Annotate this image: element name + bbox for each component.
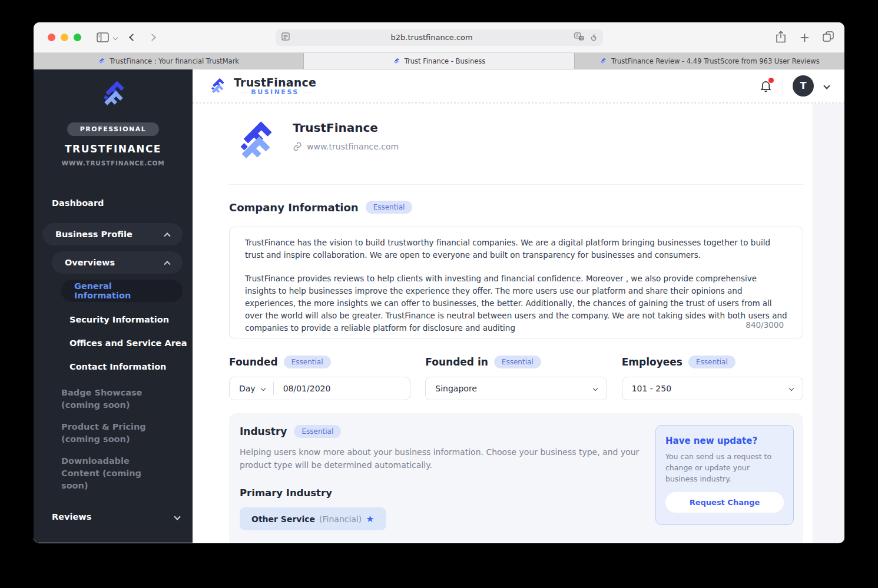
sidebar-item-general-information[interactable]: General Information — [61, 280, 183, 302]
founded-in-select[interactable]: Singapore — [425, 377, 607, 400]
sidebar-item-dashboard[interactable]: Dashboard — [34, 191, 193, 215]
notifications-button[interactable] — [759, 79, 773, 93]
divider — [239, 92, 247, 92]
new-tab-icon[interactable]: + — [799, 32, 810, 44]
tab-title: Trust Finance - Business — [405, 57, 486, 65]
svg-text:文: 文 — [580, 36, 584, 40]
divider — [273, 382, 274, 395]
sidebar-item-label: Overviews — [65, 258, 115, 267]
sidebar-item-product-pricing: Product & Pricing (coming soon) — [34, 416, 193, 450]
reader-icon[interactable] — [281, 32, 290, 43]
sidebar-item-security-information[interactable]: Security Information — [34, 308, 193, 331]
divider — [303, 92, 311, 92]
tab-title: TrustFinance Review - 4.49 TrustScore fr… — [611, 57, 820, 65]
reload-icon[interactable]: ⟳ — [589, 34, 598, 41]
trustfinance-logo — [207, 75, 228, 97]
update-request-box: Have new update? You can send us a reque… — [655, 425, 794, 525]
primary-industry-chip[interactable]: Other Service (Financial) ★ — [240, 507, 386, 530]
zoom-window-button[interactable] — [74, 34, 81, 41]
essential-badge: Essential — [366, 201, 413, 214]
industry-section: Industry Essential Helping users know mo… — [229, 413, 803, 543]
chevron-up-icon — [164, 261, 170, 267]
forward-button[interactable] — [148, 34, 156, 41]
scrollbar-gutter[interactable] — [813, 104, 844, 543]
trustfinance-favicon — [599, 57, 607, 65]
sidebar-item-customer[interactable]: Customer — [34, 539, 193, 543]
company-information-title: Company Information — [229, 201, 359, 214]
page-content: TrustFinance www.trustfinance.com — [193, 104, 813, 543]
share-icon[interactable] — [776, 31, 786, 45]
industry-title: Industry — [240, 426, 287, 437]
divider — [229, 184, 803, 185]
sidebar-item-label: General Information — [74, 281, 170, 300]
founded-date-value[interactable]: 08/01/2020 — [283, 384, 331, 393]
founded-unit-select[interactable]: Day — [239, 384, 256, 393]
sidebar-toggle-icon[interactable] — [97, 32, 109, 42]
tab-overview-icon[interactable] — [823, 31, 834, 44]
sidebar-item-offices-service-area[interactable]: Offices and Service Area — [34, 331, 193, 355]
sidebar-item-overviews[interactable]: Overviews — [52, 251, 183, 274]
founded-label: Founded — [229, 356, 278, 368]
avatar[interactable]: T — [793, 75, 814, 97]
essential-badge: Essential — [494, 356, 541, 368]
sidebar-item-label: Business Profile — [55, 230, 132, 239]
trustfinance-favicon — [393, 57, 400, 65]
traffic-lights — [48, 34, 81, 41]
sidebar-chevron-icon[interactable] — [113, 35, 118, 39]
minimize-window-button[interactable] — [61, 34, 68, 41]
description-paragraph: TrustFinance has the vision to build tru… — [245, 237, 787, 261]
chevron-down-icon — [789, 386, 794, 391]
employees-value: 101 - 250 — [632, 384, 784, 393]
industry-description: Helping users know more about your busin… — [240, 446, 644, 471]
star-icon: ★ — [366, 513, 374, 524]
chevron-down-icon — [592, 386, 597, 391]
sidebar-item-contact-information[interactable]: Contact Information — [34, 355, 193, 378]
primary-industry-label: Primary Industry — [240, 487, 644, 499]
sidebar-company-website: WWW.TRUSTFINANCE.COM — [34, 160, 193, 167]
sidebar-item-reviews[interactable]: Reviews — [34, 505, 193, 529]
back-button[interactable] — [129, 34, 137, 41]
founded-date-field[interactable]: Day 08/01/2020 — [229, 377, 410, 400]
primary-industry-value: Other Service — [251, 514, 315, 524]
chevron-down-icon — [260, 386, 265, 391]
char-counter: 840/3000 — [746, 320, 784, 330]
translate-icon[interactable]: A 文 — [574, 32, 584, 43]
brand-sub-label: BUSINESS — [251, 88, 299, 96]
trustfinance-favicon — [98, 57, 105, 65]
tab-strip: TrustFinance : Your financial TrustMark … — [34, 53, 844, 69]
description-paragraph: TrustFinance provides reviews to help cl… — [245, 273, 787, 334]
chevron-up-icon — [164, 232, 170, 239]
employees-label: Employees — [622, 356, 682, 368]
company-name: TrustFinance — [293, 121, 399, 135]
brand-name: TrustFinance — [234, 76, 316, 89]
essential-badge: Essential — [284, 356, 331, 368]
link-icon — [293, 142, 302, 151]
url-text[interactable]: b2b.trustfinance.com — [290, 33, 574, 42]
tab-trustmark[interactable]: TrustFinance : Your financial TrustMark — [34, 53, 304, 69]
sidebar-item-business-profile[interactable]: Business Profile — [42, 223, 183, 245]
company-description-textarea[interactable]: TrustFinance has the vision to build tru… — [229, 227, 803, 338]
founded-in-label: Founded in — [425, 356, 488, 368]
employees-select[interactable]: 101 - 250 — [622, 377, 803, 400]
browser-titlebar: b2b.trustfinance.com A 文 ⟳ + — [34, 22, 844, 53]
essential-badge: Essential — [294, 425, 341, 438]
company-logo — [229, 115, 281, 167]
address-bar[interactable]: b2b.trustfinance.com A 文 ⟳ — [276, 29, 603, 46]
chevron-down-icon — [174, 513, 180, 520]
plan-badge: PROFESSIONAL — [67, 122, 159, 136]
tab-business-active[interactable]: Trust Finance - Business — [304, 53, 574, 69]
sidebar-item-badge-showcase: Badge Showcase (coming soon) — [34, 382, 193, 416]
tab-review[interactable]: TrustFinance Review - 4.49 TrustScore fr… — [575, 53, 844, 69]
update-box-title: Have new update? — [665, 436, 784, 446]
close-window-button[interactable] — [48, 34, 55, 41]
request-change-button[interactable]: Request Change — [665, 492, 784, 513]
company-website-text: www.trustfinance.com — [307, 142, 399, 151]
company-website-link[interactable]: www.trustfinance.com — [293, 142, 399, 151]
brand: TrustFinance BUSINESS — [207, 75, 316, 97]
account-chevron-icon[interactable] — [823, 82, 830, 89]
svg-text:A: A — [576, 34, 579, 38]
tab-title: TrustFinance : Your financial TrustMark — [110, 57, 239, 65]
sidebar-item-label: Reviews — [52, 512, 91, 521]
browser-window: b2b.trustfinance.com A 文 ⟳ + — [34, 22, 844, 543]
essential-badge: Essential — [688, 356, 735, 368]
